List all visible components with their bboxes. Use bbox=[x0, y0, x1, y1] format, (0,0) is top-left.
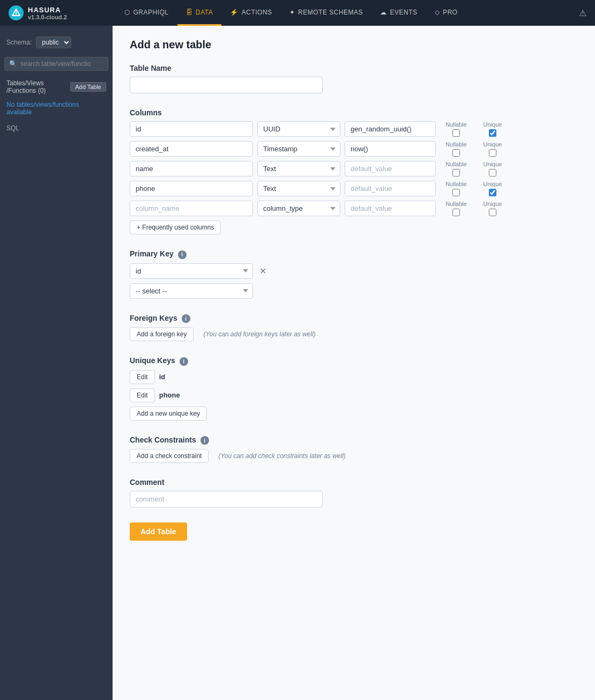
col-default-name[interactable] bbox=[345, 161, 436, 176]
nullable-checkbox-new[interactable] bbox=[452, 209, 460, 216]
add-table-submit-button[interactable]: Add Table bbox=[130, 522, 187, 541]
schema-row: Schema: public bbox=[0, 32, 113, 53]
foreign-key-row: Add a foreign key (You can add foreign k… bbox=[130, 327, 578, 341]
pro-icon: ◇ bbox=[435, 9, 440, 16]
comment-input[interactable] bbox=[130, 491, 323, 507]
search-input[interactable] bbox=[20, 60, 103, 68]
layout: Schema: public 🔍 Tables/Views/Functions … bbox=[0, 0, 595, 700]
col-type-name[interactable]: Text UUID Integer Timestamp bbox=[257, 161, 340, 176]
edit-unique-key-phone-button[interactable]: Edit bbox=[130, 388, 155, 402]
comment-section: Comment bbox=[130, 478, 578, 507]
nav-label-actions: ACTIONS bbox=[242, 9, 272, 16]
col-type-new[interactable]: column_type Text UUID Integer Timestamp bbox=[257, 201, 340, 216]
col-name-name[interactable] bbox=[130, 161, 253, 176]
search-box: 🔍 bbox=[4, 57, 108, 71]
check-constraints-section: Check Constraints i Add a check constrai… bbox=[130, 436, 578, 463]
unique-checkbox-created-at[interactable] bbox=[489, 149, 496, 157]
nullable-checkbox-created-at[interactable] bbox=[452, 149, 460, 157]
nav-items: ⬡ GRAPHIQL 🗄 DATA ⚡ ACTIONS ✦ REMOTE SCH… bbox=[116, 0, 579, 26]
unique-keys-info-icon: i bbox=[180, 357, 188, 366]
column-row-created-at: Timestamp Text UUID Integer Nullable Uni… bbox=[130, 141, 578, 157]
nav-item-data[interactable]: 🗄 DATA bbox=[177, 0, 222, 26]
unique-group-name: Unique bbox=[477, 161, 509, 176]
page-title: Add a new table bbox=[130, 39, 578, 51]
no-tables-text: No tables/views/functionsavailable bbox=[0, 99, 113, 120]
unique-label-created-at: Unique bbox=[484, 141, 502, 148]
primary-key-select-2[interactable]: -- select -- id created_at name phone bbox=[130, 283, 253, 299]
nullable-label-new: Nullable bbox=[445, 201, 467, 207]
unique-key-row-phone: Edit phone bbox=[130, 388, 578, 402]
check-constraint-hint: (You can add check constraints later as … bbox=[218, 452, 345, 460]
check-constraints-info-icon: i bbox=[200, 436, 209, 445]
unique-group-phone: Unique bbox=[477, 181, 509, 196]
col-default-id[interactable] bbox=[345, 121, 436, 137]
table-name-section: Table Name user bbox=[130, 64, 578, 93]
column-row-name: Text UUID Integer Timestamp Nullable Uni… bbox=[130, 161, 578, 176]
table-name-input[interactable]: user bbox=[130, 77, 323, 93]
nav-item-actions[interactable]: ⚡ ACTIONS bbox=[221, 0, 280, 26]
nullable-group-created-at: Nullable bbox=[440, 141, 472, 157]
unique-checkbox-new[interactable] bbox=[489, 209, 496, 216]
unique-label-phone: Unique bbox=[484, 181, 502, 187]
unique-group-id: Unique bbox=[477, 121, 509, 137]
sql-link[interactable]: SQL bbox=[0, 120, 113, 136]
col-type-phone[interactable]: Text UUID Integer Timestamp bbox=[257, 181, 340, 196]
add-check-constraint-button[interactable]: Add a check constraint bbox=[130, 449, 209, 463]
events-icon: ☁ bbox=[380, 9, 387, 16]
col-name-new[interactable] bbox=[130, 201, 253, 216]
nullable-checkbox-name[interactable] bbox=[452, 169, 460, 176]
nav-label-data: DATA bbox=[196, 9, 213, 16]
columns-label: Columns bbox=[130, 108, 578, 117]
nullable-label-phone: Nullable bbox=[445, 181, 467, 187]
graphiql-icon: ⬡ bbox=[124, 9, 130, 16]
foreign-key-hint: (You can add foreign keys later as well) bbox=[203, 330, 315, 338]
col-type-created-at[interactable]: Timestamp Text UUID Integer bbox=[257, 141, 340, 157]
check-constraint-row: Add a check constraint (You can add chec… bbox=[130, 449, 578, 463]
nullable-checkbox-phone[interactable] bbox=[452, 189, 460, 196]
col-default-phone[interactable] bbox=[345, 181, 436, 196]
edit-unique-key-id-button[interactable]: Edit bbox=[130, 370, 155, 384]
primary-key-label: Primary Key i bbox=[130, 249, 578, 259]
nav-label-pro: PRO bbox=[443, 9, 458, 16]
col-name-created-at[interactable] bbox=[130, 141, 253, 157]
schema-select[interactable]: public bbox=[36, 36, 71, 48]
nullable-group-phone: Nullable bbox=[440, 181, 472, 196]
nullable-checkbox-id[interactable] bbox=[452, 129, 460, 137]
unique-label-new: Unique bbox=[484, 201, 502, 207]
nav-label-remote-schemas: REMOTE SCHEMAS bbox=[298, 9, 363, 16]
col-name-id[interactable] bbox=[130, 121, 253, 137]
nullable-group-name: Nullable bbox=[440, 161, 472, 176]
foreign-keys-section: Foreign Keys i Add a foreign key (You ca… bbox=[130, 314, 578, 342]
nav-label-events: EVENTS bbox=[390, 9, 418, 16]
frequently-used-columns-button[interactable]: + Frequently used columns bbox=[130, 220, 221, 234]
col-default-new[interactable] bbox=[345, 201, 436, 216]
primary-key-section: Primary Key i id created_at name phone ✕… bbox=[130, 249, 578, 299]
unique-checkbox-phone[interactable] bbox=[489, 189, 496, 196]
nav-item-graphiql[interactable]: ⬡ GRAPHIQL bbox=[116, 0, 177, 26]
nav-item-remote-schemas[interactable]: ✦ REMOTE SCHEMAS bbox=[281, 0, 372, 26]
remove-pk-1-button[interactable]: ✕ bbox=[257, 266, 269, 276]
pk-row-2: -- select -- id created_at name phone bbox=[130, 283, 578, 299]
submit-section: Add Table bbox=[130, 522, 578, 541]
main-content: Add a new table Table Name user Columns … bbox=[113, 26, 595, 700]
col-default-created-at[interactable] bbox=[345, 141, 436, 157]
sidebar-add-table-button[interactable]: Add Table bbox=[70, 82, 106, 92]
nav-item-events[interactable]: ☁ EVENTS bbox=[371, 0, 426, 26]
col-name-phone[interactable] bbox=[130, 181, 253, 196]
app-version: v1.3.0-cloud.2 bbox=[28, 14, 67, 20]
unique-checkbox-id[interactable] bbox=[489, 129, 496, 137]
primary-key-select-1[interactable]: id created_at name phone bbox=[130, 263, 253, 279]
col-type-id[interactable]: UUID Text Integer Timestamp bbox=[257, 121, 340, 137]
unique-checkbox-name[interactable] bbox=[489, 169, 496, 176]
add-foreign-key-button[interactable]: Add a foreign key bbox=[130, 327, 194, 341]
sidebar: Schema: public 🔍 Tables/Views/Functions … bbox=[0, 26, 113, 700]
remote-schemas-icon: ✦ bbox=[289, 9, 295, 16]
nav-item-pro[interactable]: ◇ PRO bbox=[426, 0, 466, 26]
unique-label-id: Unique bbox=[484, 121, 502, 128]
tables-label: Tables/Views/Functions (0) bbox=[6, 79, 46, 94]
table-name-label: Table Name bbox=[130, 64, 578, 72]
nullable-label-created-at: Nullable bbox=[445, 141, 467, 148]
unique-key-phone-name: phone bbox=[159, 391, 180, 399]
add-unique-key-button[interactable]: Add a new unique key bbox=[130, 407, 207, 421]
alert-icon[interactable]: ⚠ bbox=[579, 8, 586, 18]
